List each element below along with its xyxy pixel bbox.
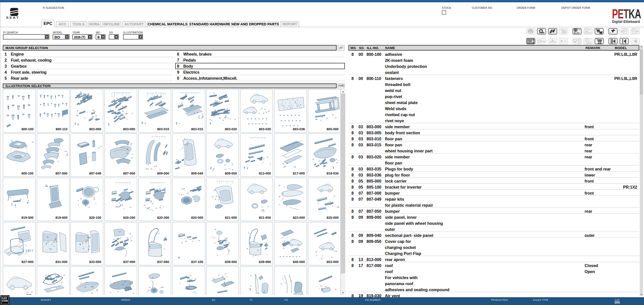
svg-text:4: 4 — [165, 187, 166, 189]
svg-text:9: 9 — [87, 240, 88, 241]
svg-text:12: 12 — [218, 275, 220, 276]
svg-text:13: 13 — [51, 274, 53, 276]
svg-text:25: 25 — [63, 275, 65, 276]
svg-text:30: 30 — [185, 94, 187, 95]
svg-text:26: 26 — [152, 277, 154, 279]
svg-text:27: 27 — [265, 243, 267, 244]
svg-text:9: 9 — [285, 282, 286, 283]
svg-text:17: 17 — [48, 275, 49, 277]
svg-text:19: 19 — [282, 237, 283, 238]
svg-text:23: 23 — [27, 294, 28, 295]
svg-text:10: 10 — [80, 92, 81, 93]
svg-text:24: 24 — [57, 274, 59, 276]
svg-text:28: 28 — [219, 117, 221, 119]
svg-text:25: 25 — [94, 111, 95, 112]
svg-text:4: 4 — [62, 146, 62, 147]
svg-text:20: 20 — [186, 286, 187, 287]
svg-text:12: 12 — [291, 280, 292, 282]
svg-text:24: 24 — [266, 112, 267, 113]
svg-text:13: 13 — [64, 151, 66, 152]
svg-text:24: 24 — [55, 239, 56, 240]
svg-text:23: 23 — [286, 205, 288, 206]
svg-text:20: 20 — [279, 185, 280, 186]
svg-text:26: 26 — [189, 284, 190, 286]
svg-text:3: 3 — [190, 239, 191, 240]
svg-text:1: 1 — [177, 139, 178, 140]
svg-text:27: 27 — [90, 97, 92, 98]
svg-text:19: 19 — [77, 110, 79, 111]
svg-text:9: 9 — [279, 204, 280, 205]
svg-text:22: 22 — [218, 199, 220, 200]
svg-text:12: 12 — [159, 189, 161, 190]
svg-text:12: 12 — [28, 249, 30, 250]
svg-text:24: 24 — [114, 102, 116, 103]
svg-text:19: 19 — [149, 287, 150, 288]
svg-text:12: 12 — [321, 258, 323, 259]
svg-text:24: 24 — [181, 103, 183, 104]
svg-text:21: 21 — [229, 250, 230, 251]
svg-text:14: 14 — [98, 148, 100, 149]
svg-text:28: 28 — [88, 93, 89, 95]
svg-text:23: 23 — [214, 190, 216, 191]
svg-text:29: 29 — [154, 96, 155, 97]
svg-text:28: 28 — [115, 206, 117, 208]
svg-text:6: 6 — [227, 240, 227, 241]
svg-text:7: 7 — [87, 112, 88, 113]
svg-text:5: 5 — [58, 153, 59, 154]
svg-text:7: 7 — [290, 276, 290, 278]
svg-text:2: 2 — [284, 240, 285, 241]
svg-text:17: 17 — [132, 113, 133, 114]
svg-text:23: 23 — [199, 240, 200, 241]
svg-text:13: 13 — [283, 248, 284, 249]
svg-text:24: 24 — [124, 248, 126, 249]
svg-text:7: 7 — [164, 243, 165, 245]
svg-text:18: 18 — [150, 201, 152, 203]
svg-text:7: 7 — [332, 249, 333, 250]
svg-text:8: 8 — [84, 93, 84, 94]
svg-text:17: 17 — [85, 240, 87, 241]
svg-text:12: 12 — [225, 273, 226, 275]
svg-text:12: 12 — [119, 231, 121, 232]
svg-text:9: 9 — [26, 251, 27, 252]
svg-text:9: 9 — [26, 245, 27, 246]
svg-text:19: 19 — [120, 204, 121, 205]
svg-text:22: 22 — [85, 241, 87, 243]
svg-text:19: 19 — [89, 246, 90, 247]
svg-text:24: 24 — [187, 193, 189, 194]
svg-text:24: 24 — [82, 242, 84, 244]
svg-text:16: 16 — [216, 196, 218, 197]
svg-text:28: 28 — [246, 248, 248, 249]
svg-text:27: 27 — [214, 242, 216, 244]
svg-text:16: 16 — [228, 243, 230, 244]
svg-text:12: 12 — [91, 112, 93, 113]
svg-text:21: 21 — [51, 249, 52, 250]
svg-text:13: 13 — [11, 140, 12, 141]
svg-text:9: 9 — [217, 255, 218, 256]
svg-text:24: 24 — [86, 282, 87, 283]
svg-text:6: 6 — [201, 118, 202, 119]
svg-text:11: 11 — [161, 255, 163, 256]
svg-text:15: 15 — [184, 144, 186, 146]
svg-text:24: 24 — [249, 158, 251, 159]
svg-text:1: 1 — [267, 254, 268, 255]
svg-text:18: 18 — [85, 287, 86, 288]
svg-text:18: 18 — [213, 93, 215, 94]
svg-text:20: 20 — [49, 186, 51, 187]
svg-text:5: 5 — [282, 278, 283, 279]
svg-text:26: 26 — [144, 205, 146, 206]
svg-text:16: 16 — [91, 292, 93, 294]
svg-text:6: 6 — [117, 110, 118, 112]
svg-text:18: 18 — [26, 146, 28, 148]
svg-text:3: 3 — [267, 243, 268, 244]
svg-text:18: 18 — [92, 110, 94, 111]
svg-text:25: 25 — [151, 168, 152, 170]
svg-text:26: 26 — [126, 287, 127, 288]
svg-text:11: 11 — [214, 237, 215, 238]
svg-text:14: 14 — [320, 200, 321, 201]
svg-text:16: 16 — [227, 108, 228, 109]
svg-text:2: 2 — [130, 288, 131, 289]
svg-text:25: 25 — [212, 196, 213, 198]
svg-text:8: 8 — [111, 283, 111, 284]
svg-text:6: 6 — [262, 206, 262, 208]
svg-text:12: 12 — [334, 196, 335, 197]
